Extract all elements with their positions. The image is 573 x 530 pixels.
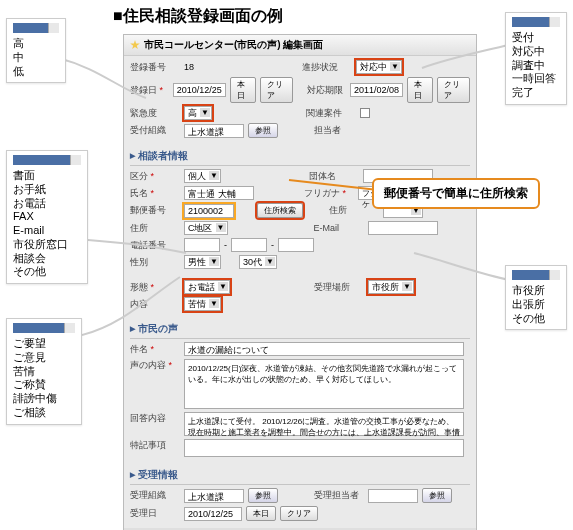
- age-select[interactable]: 30代: [239, 255, 277, 269]
- reference-button[interactable]: 参照: [248, 488, 278, 503]
- class-select[interactable]: 個人: [184, 169, 221, 183]
- callout-place: 市役所 出張所 その他: [505, 265, 567, 330]
- dropdown-icon: [512, 17, 560, 27]
- place-select[interactable]: 市役所: [368, 280, 414, 294]
- related-checkbox[interactable]: [360, 108, 370, 118]
- addr-select[interactable]: C地区: [184, 221, 228, 235]
- section-receipt: 受理情報: [130, 468, 470, 485]
- page-title: ■住民相談登録画面の例: [113, 6, 283, 27]
- recv-dept-input[interactable]: 上水道課: [184, 124, 244, 138]
- today-button[interactable]: 本日: [407, 77, 433, 103]
- deadline-input[interactable]: 2011/02/08: [350, 83, 403, 97]
- reference-button[interactable]: 参照: [422, 488, 452, 503]
- zip-search-button[interactable]: 住所検索: [257, 203, 303, 218]
- sex-select[interactable]: 男性: [184, 255, 221, 269]
- rcpt-dept-input[interactable]: 上水道課: [184, 489, 244, 503]
- today-button[interactable]: 本日: [230, 77, 256, 103]
- callout-urgency: 高 中 低: [6, 18, 66, 83]
- dropdown-icon: [13, 323, 75, 333]
- clear-button[interactable]: クリア: [260, 77, 293, 103]
- dropdown-icon: [13, 23, 59, 33]
- progress-select[interactable]: 対応中: [356, 60, 402, 74]
- callout-method: 書面 お手紙 お電話 FAX E-mail 市役所窓口 相談会 その他: [6, 150, 88, 284]
- form-select[interactable]: お電話: [184, 280, 230, 294]
- voice-textarea[interactable]: 2010/12/25(日)深夜、水道管が凍結、その他玄関先道路で水漏れが起こって…: [184, 359, 464, 409]
- section-reporter: 相談者情報: [130, 149, 470, 166]
- subject-input[interactable]: 水道の漏給について: [184, 342, 464, 356]
- callout-status: 受付 対応中 調査中 一時回答 完了: [505, 12, 567, 105]
- star-icon: [130, 40, 140, 50]
- answer-textarea[interactable]: 上水道課にて受付。 2010/12/26に調査。水道管の交換工事が必要なため、現…: [184, 412, 464, 436]
- reg-date-input[interactable]: 2010/12/25: [173, 83, 226, 97]
- kind-select[interactable]: 苦情: [184, 297, 221, 311]
- dropdown-icon: [512, 270, 560, 280]
- rcpt-date-input[interactable]: 2010/12/25: [184, 507, 242, 521]
- special-textarea[interactable]: [184, 439, 464, 457]
- email-input[interactable]: [368, 221, 438, 235]
- urgency-select[interactable]: 高: [184, 106, 212, 120]
- clear-button[interactable]: クリア: [437, 77, 470, 103]
- dropdown-icon: [13, 155, 81, 165]
- reference-button[interactable]: 参照: [248, 123, 278, 138]
- clear-button[interactable]: クリア: [280, 506, 318, 521]
- callout-content-kind: ご要望 ご意見 苦情 ご称賛 誹謗中傷 ご相談: [6, 318, 82, 425]
- zip-input[interactable]: 2100002: [184, 204, 234, 218]
- today-button[interactable]: 本日: [246, 506, 276, 521]
- name-input[interactable]: 富士通 大輔: [184, 186, 254, 200]
- bubble-zip-search: 郵便番号で簡単に住所検索: [372, 178, 540, 209]
